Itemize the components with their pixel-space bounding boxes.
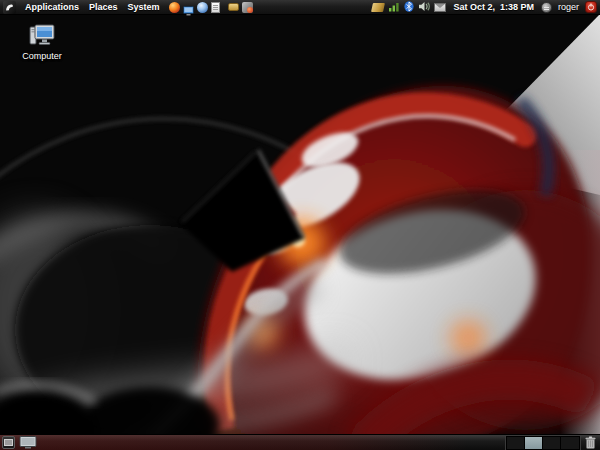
workspace-cell[interactable]: [543, 437, 561, 449]
places-menu[interactable]: Places: [84, 0, 123, 15]
package-launcher-icon[interactable]: [228, 3, 239, 11]
swirl-glyph: [4, 2, 15, 13]
power-glyph: [586, 2, 596, 12]
workspace-cell[interactable]: [507, 437, 525, 449]
desktop-icon-label: Computer: [22, 51, 62, 61]
workspace-cell[interactable]: [525, 437, 543, 449]
bluetooth-icon[interactable]: [404, 0, 414, 16]
display-launcher-icon[interactable]: [183, 2, 194, 12]
workspace-switcher[interactable]: [506, 436, 580, 450]
show-desktop-button[interactable]: [2, 436, 15, 449]
user-switcher-icon[interactable]: [541, 2, 552, 13]
wifi-glyph: [388, 2, 400, 12]
monitor-glyph: [183, 6, 194, 16]
window-icon: [19, 436, 37, 449]
firefox-launcher-icon[interactable]: [169, 2, 180, 13]
desktop-screen: Applications Places System: [0, 0, 600, 450]
bottom-panel: [0, 434, 600, 450]
workspace-cell[interactable]: [561, 437, 579, 449]
applications-menu[interactable]: Applications: [20, 0, 84, 15]
system-tray: Sat Oct 2, 1:38 PM roger: [372, 0, 597, 16]
bluetooth-glyph: [404, 1, 414, 12]
speaker-glyph: [418, 1, 430, 12]
mail-icon[interactable]: [434, 3, 446, 12]
wallpaper-art: [0, 0, 600, 450]
volume-icon[interactable]: [418, 0, 430, 16]
quick-launchers: [169, 2, 253, 13]
top-panel: Applications Places System: [0, 0, 600, 15]
window-list-item[interactable]: [19, 436, 37, 449]
wifi-icon[interactable]: [388, 0, 400, 16]
trash-applet[interactable]: [585, 436, 596, 449]
shutdown-icon[interactable]: [585, 1, 597, 13]
system-menu[interactable]: System: [123, 0, 165, 15]
clock[interactable]: Sat Oct 2, 1:38 PM: [450, 2, 537, 12]
computer-icon: [27, 23, 57, 49]
tools-launcher-icon[interactable]: [242, 2, 253, 13]
web-globe-launcher-icon[interactable]: [197, 2, 208, 13]
distro-logo-icon[interactable]: [3, 1, 16, 14]
trash-icon: [585, 436, 596, 449]
desktop-icon-computer[interactable]: Computer: [16, 23, 68, 61]
document-launcher-icon[interactable]: [211, 2, 220, 13]
main-menu: Applications Places System: [3, 0, 165, 14]
applet-icon[interactable]: [371, 3, 385, 12]
username-label[interactable]: roger: [556, 2, 581, 12]
wallpaper: [0, 0, 600, 450]
